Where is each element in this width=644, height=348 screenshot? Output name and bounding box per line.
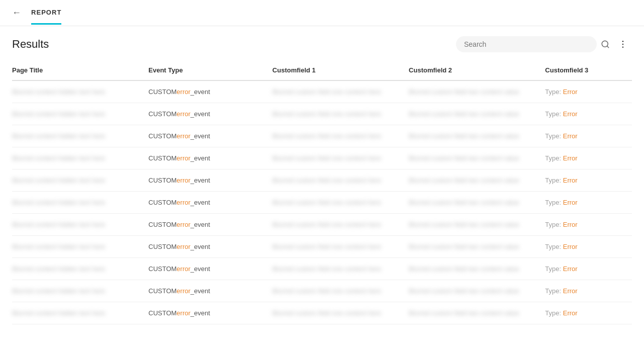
cell-page-title: Blurred content hidden text here [12, 280, 148, 302]
cell-page-title: Blurred content hidden text here [12, 169, 148, 192]
svg-point-4 [622, 47, 624, 48]
cell-custom2: Blurred custom field two content value [409, 280, 545, 302]
svg-point-2 [622, 41, 624, 42]
cell-page-title: Blurred content hidden text here [12, 80, 148, 103]
cell-custom3: Type: Error [545, 236, 632, 258]
more-icon [618, 39, 628, 49]
cell-custom1: Blurred custom field one content here [272, 258, 409, 280]
cell-page-title: Blurred content hidden text here [12, 103, 148, 125]
cell-custom1: Blurred custom field one content here [272, 147, 409, 169]
table-row: Blurred content hidden text hereCUSTOMer… [12, 214, 632, 236]
search-input[interactable] [464, 40, 589, 48]
cell-event-type: CUSTOMerror_event [148, 280, 272, 302]
search-icon [601, 40, 610, 49]
cell-custom2: Blurred custom field two content value [409, 192, 545, 214]
results-header: Results [12, 26, 632, 60]
col-header-page-title: Page Title [12, 60, 148, 80]
cell-custom2: Blurred custom field two content value [409, 169, 545, 192]
table-row: Blurred content hidden text hereCUSTOMer… [12, 125, 632, 147]
cell-custom3: Type: Error [545, 280, 632, 302]
cell-page-title: Blurred content hidden text here [12, 236, 148, 258]
cell-custom3: Type: Error [545, 80, 632, 103]
cell-custom2: Blurred custom field two content value [409, 214, 545, 236]
search-button[interactable] [601, 40, 610, 49]
cell-custom1: Blurred custom field one content here [272, 302, 409, 324]
table-row: Blurred content hidden text hereCUSTOMer… [12, 236, 632, 258]
cell-custom2: Blurred custom field two content value [409, 80, 545, 103]
report-tab[interactable]: REPORT [31, 2, 61, 25]
table-row: Blurred content hidden text hereCUSTOMer… [12, 103, 632, 125]
cell-custom1: Blurred custom field one content here [272, 214, 409, 236]
cell-custom1: Blurred custom field one content here [272, 125, 409, 147]
col-header-custom3: Customfield 3 [545, 60, 632, 80]
cell-custom3: Type: Error [545, 103, 632, 125]
cell-custom3: Type: Error [545, 125, 632, 147]
main-content: Results Page Title [0, 26, 644, 324]
col-header-custom2: Customfield 2 [409, 60, 545, 80]
data-table: Page Title Event Type Customfield 1 Cust… [12, 60, 632, 324]
col-header-custom1: Customfield 1 [272, 60, 409, 80]
cell-page-title: Blurred content hidden text here [12, 214, 148, 236]
cell-custom2: Blurred custom field two content value [409, 147, 545, 169]
cell-event-type: CUSTOMerror_event [148, 258, 272, 280]
cell-custom1: Blurred custom field one content here [272, 192, 409, 214]
cell-event-type: CUSTOMerror_event [148, 169, 272, 192]
back-button[interactable]: ← [12, 8, 21, 18]
more-options-button[interactable] [614, 37, 632, 51]
table-row: Blurred content hidden text hereCUSTOMer… [12, 258, 632, 280]
cell-custom3: Type: Error [545, 214, 632, 236]
cell-custom1: Blurred custom field one content here [272, 236, 409, 258]
table-row: Blurred content hidden text hereCUSTOMer… [12, 302, 632, 324]
cell-event-type: CUSTOMerror_event [148, 236, 272, 258]
cell-page-title: Blurred content hidden text here [12, 192, 148, 214]
col-header-event-type: Event Type [148, 60, 272, 80]
cell-custom1: Blurred custom field one content here [272, 280, 409, 302]
table-row: Blurred content hidden text hereCUSTOMer… [12, 280, 632, 302]
cell-page-title: Blurred content hidden text here [12, 147, 148, 169]
cell-custom3: Type: Error [545, 169, 632, 192]
table-row: Blurred content hidden text hereCUSTOMer… [12, 169, 632, 192]
cell-custom1: Blurred custom field one content here [272, 80, 409, 103]
cell-custom2: Blurred custom field two content value [409, 103, 545, 125]
top-nav: ← REPORT [0, 0, 644, 26]
back-icon: ← [12, 8, 21, 18]
cell-custom2: Blurred custom field two content value [409, 236, 545, 258]
table-body: Blurred content hidden text hereCUSTOMer… [12, 80, 632, 324]
cell-event-type: CUSTOMerror_event [148, 147, 272, 169]
page-title: Results [12, 38, 49, 51]
cell-custom2: Blurred custom field two content value [409, 125, 545, 147]
cell-custom3: Type: Error [545, 147, 632, 169]
cell-custom3: Type: Error [545, 302, 632, 324]
table-header: Page Title Event Type Customfield 1 Cust… [12, 60, 632, 80]
cell-event-type: CUSTOMerror_event [148, 214, 272, 236]
cell-custom2: Blurred custom field two content value [409, 258, 545, 280]
cell-custom3: Type: Error [545, 258, 632, 280]
search-container [456, 36, 597, 52]
header-actions [456, 36, 632, 52]
table-row: Blurred content hidden text hereCUSTOMer… [12, 80, 632, 103]
cell-page-title: Blurred content hidden text here [12, 125, 148, 147]
svg-point-3 [622, 44, 624, 45]
cell-event-type: CUSTOMerror_event [148, 192, 272, 214]
cell-custom3: Type: Error [545, 192, 632, 214]
cell-custom1: Blurred custom field one content here [272, 169, 409, 192]
cell-custom2: Blurred custom field two content value [409, 302, 545, 324]
cell-event-type: CUSTOMerror_event [148, 103, 272, 125]
table-row: Blurred content hidden text hereCUSTOMer… [12, 192, 632, 214]
svg-line-1 [607, 46, 608, 47]
table-row: Blurred content hidden text hereCUSTOMer… [12, 147, 632, 169]
cell-event-type: CUSTOMerror_event [148, 80, 272, 103]
cell-event-type: CUSTOMerror_event [148, 125, 272, 147]
cell-page-title: Blurred content hidden text here [12, 258, 148, 280]
cell-page-title: Blurred content hidden text here [12, 302, 148, 324]
cell-event-type: CUSTOMerror_event [148, 302, 272, 324]
cell-custom1: Blurred custom field one content here [272, 103, 409, 125]
